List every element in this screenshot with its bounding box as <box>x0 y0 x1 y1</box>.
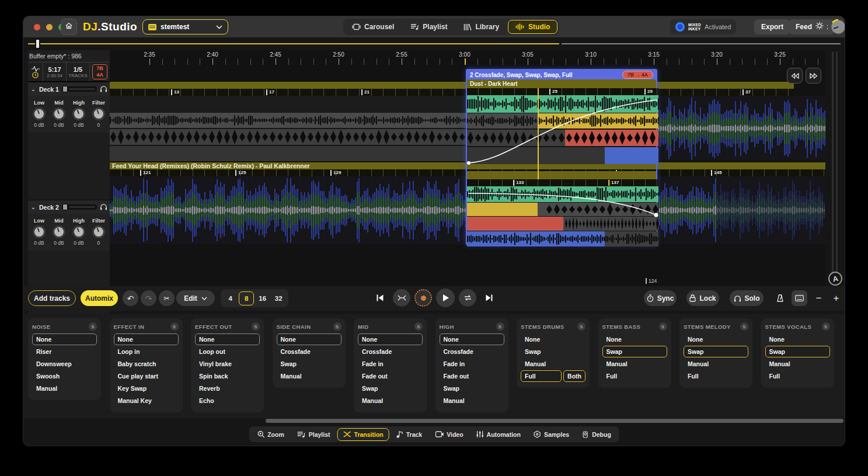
deck2-header[interactable]: ⌄ Deck 2 <box>28 200 110 214</box>
bottom-tab-playlist[interactable]: Playlist <box>291 428 336 441</box>
deck1-track-title-bar[interactable] <box>110 82 794 89</box>
tab-playlist[interactable]: Playlist <box>403 20 455 34</box>
deck1-knob-filter[interactable]: Filter 0 <box>92 100 105 128</box>
bottom-tab-transition[interactable]: Transition <box>337 428 389 441</box>
option-fade-in[interactable]: Fade in <box>440 358 504 370</box>
headphones-icon[interactable] <box>100 202 107 213</box>
overlay-stems-outgoing[interactable] <box>467 186 658 246</box>
option-none[interactable]: None <box>440 333 504 345</box>
loop-button[interactable] <box>459 289 476 307</box>
option-manual[interactable]: Manual <box>440 395 504 406</box>
low-knob[interactable] <box>33 107 46 120</box>
low-knob[interactable] <box>33 225 46 238</box>
option-echo[interactable]: Echo <box>195 395 260 406</box>
option-swap[interactable]: Swap <box>602 346 667 357</box>
option-manual[interactable]: Manual <box>32 383 97 394</box>
option-loop-out[interactable]: Loop out <box>195 346 260 357</box>
tab-studio[interactable]: Studio <box>508 20 557 34</box>
rewind-button[interactable] <box>787 68 803 84</box>
solo-badge[interactable]: S <box>333 322 341 331</box>
time-ruler[interactable]: 2:352:402:452:502:553:003:053:103:153:20… <box>110 50 825 65</box>
option-swap[interactable]: Swap <box>521 346 585 357</box>
automix-button[interactable]: Automix <box>81 290 118 306</box>
timeline-area[interactable]: 2:352:402:452:502:553:003:053:103:153:20… <box>110 50 825 286</box>
vertical-scrollbar[interactable] <box>828 51 841 285</box>
grid-size-4[interactable]: 4 <box>223 291 238 305</box>
high-knob[interactable] <box>72 107 85 120</box>
option-none[interactable]: None <box>602 333 667 345</box>
option-swap[interactable]: Swap <box>765 346 830 357</box>
deck1-knob-mid[interactable]: Mid 0 dB <box>53 100 65 128</box>
traffic-minimize-button[interactable] <box>46 24 53 30</box>
mid-knob[interactable] <box>53 225 65 238</box>
solo-badge[interactable]: S <box>496 322 504 331</box>
split-button[interactable]: ✂ <box>159 290 175 306</box>
add-tracks-button[interactable]: Add tracks <box>28 290 76 306</box>
option-cue-play-start[interactable]: Cue play start <box>114 370 179 382</box>
option-manual[interactable]: Manual <box>358 395 423 406</box>
redo-button[interactable]: ↷ <box>141 290 156 306</box>
option-none[interactable]: None <box>521 333 585 345</box>
option-loop-in[interactable]: Loop in <box>114 346 179 357</box>
grid-size-8[interactable]: 8 <box>239 291 254 305</box>
tab-carousel[interactable]: Carousel <box>344 20 402 34</box>
option-crossfade[interactable]: Crossfade <box>440 346 504 357</box>
option-none[interactable]: None <box>114 333 179 345</box>
option-swap[interactable]: Swap <box>440 383 504 394</box>
option-manual[interactable]: Manual <box>765 358 830 370</box>
chevron-down-icon[interactable]: ⌄ <box>30 204 36 210</box>
mixed-in-key-badge[interactable]: MIXEDINKEY Activated <box>670 19 736 34</box>
transition-overlay-header[interactable]: 2 Crossfade, Swap, Swap, Swap, Full 7B →… <box>467 70 656 79</box>
option-downsweep[interactable]: Downsweep <box>32 358 97 370</box>
option-manual-key[interactable]: Manual Key <box>114 395 179 406</box>
solo-badge[interactable]: S <box>252 322 260 331</box>
solo-badge[interactable]: S <box>170 322 179 331</box>
option-swoosh[interactable]: Swoosh <box>32 370 97 382</box>
solo-badge[interactable]: S <box>577 322 585 331</box>
lock-button[interactable]: Lock <box>686 290 719 306</box>
deck1-knob-low[interactable]: Low 0 dB <box>33 100 46 128</box>
grid-size-32[interactable]: 32 <box>271 291 286 305</box>
option-full[interactable]: Full <box>765 370 830 382</box>
high-knob[interactable] <box>72 225 85 238</box>
solo-badge[interactable]: S <box>89 322 97 331</box>
bottom-tab-debug[interactable]: Debug <box>576 428 617 441</box>
export-button[interactable]: Export <box>754 19 790 34</box>
edit-dropdown[interactable]: Edit <box>176 290 215 306</box>
option-full[interactable]: Full <box>684 370 748 382</box>
solo-badge[interactable]: S <box>414 322 423 331</box>
deck2-knob-filter[interactable]: Filter 0 <box>92 218 105 246</box>
deck1-volume-slider[interactable] <box>62 86 97 92</box>
filter-knob[interactable] <box>92 225 105 238</box>
fast-forward-button[interactable] <box>806 68 821 84</box>
zoom-in-button[interactable]: + <box>828 290 844 306</box>
option-none[interactable]: None <box>277 333 341 345</box>
option-riser[interactable]: Riser <box>32 346 97 357</box>
skip-end-button[interactable] <box>480 289 498 307</box>
option-fade-out[interactable]: Fade out <box>358 370 423 382</box>
option-swap[interactable]: Swap <box>277 358 341 370</box>
grid-size-16[interactable]: 16 <box>255 291 270 305</box>
bottom-tab-automation[interactable]: Automation <box>470 428 527 441</box>
solo-badge[interactable]: S <box>659 322 667 331</box>
master-volume-knob[interactable] <box>829 18 845 38</box>
option-none[interactable]: None <box>358 333 423 345</box>
traffic-close-button[interactable] <box>34 24 40 30</box>
option-vinyl-brake[interactable]: Vinyl brake <box>195 358 260 370</box>
headphones-icon[interactable] <box>100 84 107 95</box>
option-swap[interactable]: Swap <box>684 346 748 357</box>
solo-badge[interactable]: S <box>740 322 748 331</box>
option-swap[interactable]: Swap <box>358 383 423 394</box>
option-none[interactable]: None <box>765 333 830 345</box>
jump-to-playhead-button[interactable] <box>393 289 410 307</box>
metronome-button[interactable] <box>772 290 788 306</box>
skip-start-button[interactable] <box>371 289 389 307</box>
play-button[interactable] <box>436 289 455 307</box>
option-crossfade[interactable]: Crossfade <box>277 346 341 357</box>
deck1-beat-ruler[interactable]: 1317213337 <box>110 89 794 96</box>
option-fade-in[interactable]: Fade in <box>358 358 423 370</box>
option-baby-scratch[interactable]: Baby scratch <box>114 358 179 370</box>
overlay-stems-incoming[interactable] <box>467 95 658 171</box>
solo-button[interactable]: Solo <box>730 290 764 306</box>
option-full[interactable]: Full <box>602 370 667 382</box>
